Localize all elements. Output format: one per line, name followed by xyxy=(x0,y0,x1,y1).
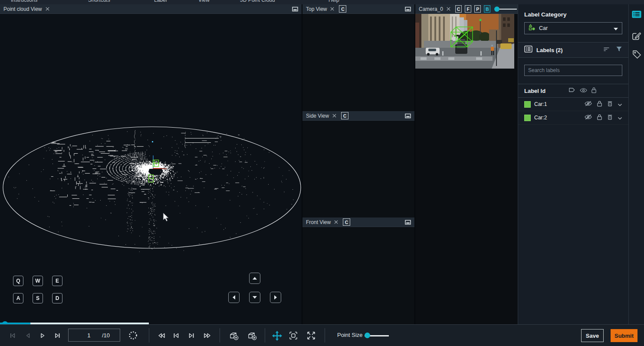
menu-item-instructions[interactable]: Instructions xyxy=(11,0,37,3)
front-view-header: Front View C xyxy=(302,217,414,227)
step-forward-button[interactable] xyxy=(51,330,63,341)
edit-annotations-icon[interactable] xyxy=(632,31,641,43)
front-view-viewport[interactable] xyxy=(302,227,414,324)
camera-mode-p-toggle[interactable]: P xyxy=(474,5,481,13)
front-view-panel: Front View C xyxy=(302,217,414,324)
right-tool-rail xyxy=(628,4,644,324)
labels-count-title: Labels (2) xyxy=(536,47,563,53)
point-cloud-view-header: Point cloud View xyxy=(0,4,302,14)
move-tool-button[interactable] xyxy=(271,330,283,341)
point-size-label: Point Size xyxy=(337,332,363,338)
next-frame-button[interactable] xyxy=(185,330,197,341)
search-labels-container xyxy=(524,65,622,76)
panel-title: Point cloud View xyxy=(3,6,42,12)
sort-icon[interactable] xyxy=(603,46,610,54)
key-e-button[interactable]: E xyxy=(52,276,62,286)
close-icon[interactable] xyxy=(332,113,337,118)
close-icon[interactable] xyxy=(45,7,50,11)
top-view-viewport[interactable] xyxy=(302,14,414,111)
close-icon[interactable] xyxy=(334,220,338,224)
submit-button[interactable]: Submit xyxy=(611,329,637,342)
camera-mode-c-toggle[interactable]: C xyxy=(455,5,462,13)
tags-panel-icon[interactable] xyxy=(632,49,641,61)
label-category-dropdown[interactable]: Car xyxy=(524,22,622,34)
camera-view-toggle[interactable]: C xyxy=(343,218,350,226)
labels-panel-icon[interactable] xyxy=(631,10,642,21)
camera-brightness-slider[interactable] xyxy=(495,7,514,12)
close-icon[interactable] xyxy=(446,7,451,11)
frame-fit-button[interactable] xyxy=(287,330,299,341)
menu-item-help[interactable]: Help xyxy=(329,0,339,3)
key-s-button[interactable]: S xyxy=(33,293,43,303)
expand-row-chevron-icon[interactable] xyxy=(618,100,622,108)
point-size-slider[interactable] xyxy=(365,333,389,339)
panel-title: Camera_0 xyxy=(419,6,443,12)
camera-image[interactable] xyxy=(415,14,514,69)
selected-category: Car xyxy=(539,25,548,31)
menu-item-3d-point-cloud[interactable]: 3D Point Cloud xyxy=(240,0,275,3)
label-color-swatch xyxy=(524,115,531,121)
separator xyxy=(325,328,325,343)
step-back-button[interactable] xyxy=(22,330,34,341)
top-view-panel: Top View C xyxy=(302,4,414,111)
key-q-button[interactable]: Q xyxy=(13,276,23,286)
lock-all-icon[interactable] xyxy=(591,87,597,95)
maximize-window-icon[interactable] xyxy=(405,220,411,225)
expand-row-chevron-icon[interactable] xyxy=(618,114,622,122)
camera-panel: Camera_0 C F P B xyxy=(415,4,518,324)
label-id-text: Car:1 xyxy=(534,101,567,107)
visibility-all-icon[interactable] xyxy=(580,87,587,95)
key-a-button[interactable]: A xyxy=(13,293,23,303)
tag-all-icon[interactable] xyxy=(568,87,576,95)
label-row-car-2[interactable]: Car:2 xyxy=(518,111,628,125)
separator xyxy=(149,328,149,343)
slider-knob[interactable] xyxy=(494,7,499,12)
search-labels-input[interactable] xyxy=(524,65,622,76)
camera-view-toggle[interactable]: C xyxy=(341,112,348,119)
skip-to-first-frame-button[interactable] xyxy=(7,330,19,341)
fast-forward-button[interactable] xyxy=(201,330,213,341)
pan-down-button[interactable] xyxy=(249,292,260,303)
visibility-off-icon[interactable] xyxy=(585,114,592,122)
camera-mode-b-toggle[interactable]: B xyxy=(484,5,490,13)
delete-icon[interactable] xyxy=(607,114,613,122)
fullscreen-expand-button[interactable] xyxy=(305,330,317,341)
maximize-window-icon[interactable] xyxy=(292,7,298,12)
pan-up-button[interactable] xyxy=(249,273,260,284)
visibility-off-icon[interactable] xyxy=(585,100,592,108)
camera-header: Camera_0 C F P B xyxy=(415,4,518,14)
add-cuboid-button[interactable] xyxy=(227,330,241,341)
previous-frame-button[interactable] xyxy=(170,330,182,341)
add-cuboid-sequence-button[interactable] xyxy=(245,330,260,341)
maximize-window-icon[interactable] xyxy=(405,113,411,119)
frame-number-input[interactable] xyxy=(79,332,99,339)
maximize-window-icon[interactable] xyxy=(405,7,411,12)
pan-left-button[interactable] xyxy=(228,292,240,303)
side-view-viewport[interactable] xyxy=(302,121,414,217)
rewind-button[interactable] xyxy=(155,330,168,341)
close-icon[interactable] xyxy=(330,7,335,11)
lock-icon[interactable] xyxy=(597,114,602,122)
bottom-control-bar: /10 xyxy=(0,324,644,346)
camera-view-toggle[interactable]: C xyxy=(339,5,346,13)
camera-mode-f-toggle[interactable]: F xyxy=(465,5,471,13)
label-sidebar: Label Category Car Labels (2) xyxy=(518,4,628,324)
top-view-header: Top View C xyxy=(302,4,414,14)
separator xyxy=(220,328,220,343)
save-button[interactable]: Save xyxy=(581,329,604,342)
menu-item-label[interactable]: Label xyxy=(154,0,167,3)
play-button[interactable] xyxy=(36,330,49,341)
delete-icon[interactable] xyxy=(607,100,613,109)
pan-right-button[interactable] xyxy=(270,292,281,303)
label-id-header-row: Label Id xyxy=(518,84,628,98)
label-row-car-1[interactable]: Car:1 xyxy=(518,98,628,111)
lock-icon[interactable] xyxy=(597,100,602,109)
key-d-button[interactable]: D xyxy=(52,293,62,303)
filter-icon[interactable] xyxy=(616,46,622,54)
key-w-button[interactable]: W xyxy=(33,276,43,286)
menu-item-shortcuts[interactable]: Shortcuts xyxy=(88,0,110,3)
slider-knob[interactable] xyxy=(365,333,370,338)
menu-item-view[interactable]: View xyxy=(198,0,210,3)
point-cloud-view-panel: Point cloud View Q W E A S D xyxy=(0,4,302,324)
separator xyxy=(265,328,265,343)
